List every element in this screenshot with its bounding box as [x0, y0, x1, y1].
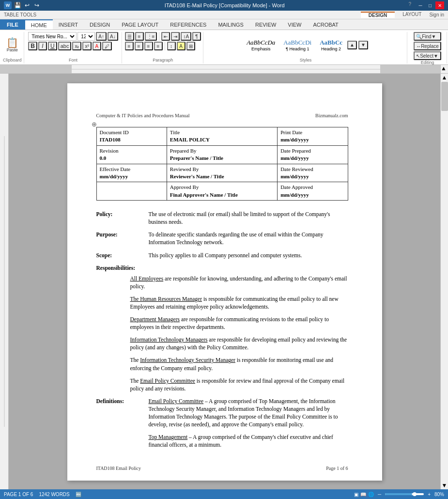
multilevel-button[interactable]: ⋮≡ [145, 32, 157, 41]
clipboard-label: Clipboard [3, 58, 22, 63]
main-area: Computer & IT Policies and Procedures Ma… [0, 74, 448, 489]
tab-view[interactable]: VIEW [282, 19, 307, 30]
scroll-top-button[interactable]: ▲ [440, 65, 448, 74]
tab-mailings[interactable]: MAILINGS [212, 19, 249, 30]
resp-item-4: The Information Technology Security Mana… [130, 356, 348, 372]
scroll-thumb[interactable] [441, 82, 448, 111]
font-grow-button[interactable]: A↑ [96, 32, 107, 41]
title-bar-title: ITAD108 E-Mail Policy [Compatibility Mod… [41, 2, 408, 8]
underline-button[interactable]: U [48, 42, 57, 50]
resp-the-5: The [130, 378, 140, 384]
select-button[interactable]: ↖ Select ▼ [414, 51, 441, 60]
redo-icon[interactable]: ↪ [33, 1, 41, 9]
web-view-icon[interactable]: 🌐 [368, 492, 374, 497]
resp-item-2: Department Managers are responsible for … [130, 315, 348, 331]
status-right: ▣ 📖 🌐 ─ + 80% [354, 492, 444, 497]
footer-right: Page 1 of 6 [326, 465, 348, 472]
style-heading2[interactable]: AaBbCc Heading 2 [316, 37, 346, 53]
style-emphasis[interactable]: AaBbCcDa Emphasis [243, 37, 278, 53]
table-cell: Reviewed By Reviewer's Name / Title [167, 164, 277, 182]
table-row: Effective Date mm/dd/yyyy Reviewed By Re… [96, 164, 348, 182]
resp-item-3: Information Technology Managers are resp… [130, 336, 348, 351]
resp-item-0: All Employees are responsible for knowin… [130, 275, 348, 290]
tab-design[interactable]: DESIGN [361, 12, 395, 18]
table-cell [96, 182, 167, 201]
tab-review[interactable]: REVIEW [249, 19, 282, 30]
scroll-up-button[interactable]: ▲ [441, 74, 448, 81]
zoom-slider[interactable] [385, 493, 424, 495]
subscript-button[interactable]: x₂ [72, 42, 81, 50]
tab-home[interactable]: HOME [25, 19, 53, 30]
style-heading1[interactable]: AaBbCcDi ¶ Heading 1 [280, 37, 315, 53]
find-button[interactable]: 🔍 Find ▼ [414, 32, 441, 41]
close-button[interactable]: ✕ [435, 1, 444, 9]
table-cell: Print Date mm/dd/yyyy [278, 127, 348, 146]
tab-design[interactable]: DESIGN [84, 19, 116, 30]
table-cell: Title EMAIL POLICY [167, 127, 277, 146]
line-spacing-button[interactable]: ↕ [167, 42, 176, 50]
tab-page-layout[interactable]: PAGE LAYOUT [116, 19, 164, 30]
decrease-indent-button[interactable]: ⇤ [161, 32, 170, 41]
increase-indent-button[interactable]: ⇥ [171, 32, 180, 41]
styles-scroll-up[interactable]: ▲ [347, 41, 357, 49]
table-row: Approved By Final Approver's Name / Titl… [96, 182, 348, 201]
sign-in[interactable]: Sign in [429, 12, 448, 17]
paragraph-group: ☰ ≡ ⋮≡ ⇤ ⇥ ↕A ¶ ≡ ≡ ≡ ≡ ↕ A ⊞ Paragraph [123, 32, 204, 63]
paste-button[interactable]: 📋 Paste [4, 33, 20, 57]
definitions-content: Email Policy Committee – A group compris… [149, 397, 348, 454]
styles-scroll-down[interactable]: ▼ [358, 41, 368, 49]
show-marks-button[interactable]: ¶ [192, 32, 201, 41]
minimize-button[interactable]: ─ [416, 1, 425, 9]
bold-button[interactable]: B [28, 42, 37, 50]
save-icon[interactable]: 💾 [14, 1, 21, 9]
print-view-icon[interactable]: ▣ [354, 492, 358, 497]
scope-section: Scope: This policy applies to all Compan… [96, 251, 348, 259]
italic-button[interactable]: I [38, 42, 47, 50]
table-row: Revision 0.0 Prepared By Preparer's Name… [96, 145, 348, 164]
font-name-select[interactable]: Times New Ro... [28, 32, 77, 41]
cell-value: Reviewer's Name / Title [170, 173, 274, 180]
font-shrink-button[interactable]: A↓ [108, 32, 118, 41]
sort-button[interactable]: ↕A [181, 32, 191, 41]
borders-button[interactable]: ⊞ [186, 42, 195, 50]
responsibilities-label: Responsibilities: [96, 264, 348, 272]
window-controls[interactable]: ? ─ □ ✕ [408, 1, 444, 9]
align-justify-button[interactable]: ≡ [154, 42, 163, 50]
def-item-0: Email Policy Committee – A group compris… [149, 397, 348, 428]
zoom-plus-button[interactable]: + [428, 492, 431, 497]
policy-section: Policy: The use of electronic mail (or e… [96, 210, 348, 226]
strikethrough-button[interactable]: abc [58, 42, 72, 50]
bullets-button[interactable]: ☰ [125, 32, 134, 41]
vertical-scrollbar[interactable]: ▲ ▼ [440, 74, 448, 489]
tab-references[interactable]: REFERENCES [164, 19, 212, 30]
tab-insert[interactable]: INSERT [53, 19, 84, 30]
scroll-down-button[interactable]: ▼ [441, 482, 448, 489]
read-view-icon[interactable]: 📖 [360, 492, 366, 497]
cell-label: Date Reviewed [280, 166, 344, 173]
tab-acrobat[interactable]: ACROBAT [307, 19, 344, 30]
shading-button[interactable]: A [177, 42, 185, 50]
font-color-button[interactable]: A [93, 42, 101, 50]
cell-label: Title [170, 129, 274, 136]
numbering-button[interactable]: ≡ [135, 32, 144, 41]
font-size-select[interactable]: 12 [77, 32, 95, 41]
scope-text: This policy applies to all Company perso… [149, 251, 348, 259]
paragraph-content: ☰ ≡ ⋮≡ ⇤ ⇥ ↕A ¶ ≡ ≡ ≡ ≡ ↕ A ⊞ [125, 32, 201, 58]
restore-button[interactable]: □ [426, 1, 434, 9]
scroll-track[interactable] [441, 111, 448, 482]
superscript-button[interactable]: x² [82, 42, 91, 50]
align-center-button[interactable]: ≡ [135, 42, 143, 50]
replace-button[interactable]: ↔ Replace [414, 42, 441, 50]
align-right-button[interactable]: ≡ [144, 42, 153, 50]
highlight-button[interactable]: 🖊 [102, 42, 112, 50]
tab-file[interactable]: FILE [0, 19, 25, 30]
undo-icon[interactable]: ↩ [23, 1, 31, 9]
zoom-thumb[interactable] [413, 492, 417, 496]
cell-value: mm/dd/yyyy [100, 173, 164, 180]
document-area[interactable]: Computer & IT Policies and Procedures Ma… [9, 74, 440, 489]
align-left-button[interactable]: ≡ [125, 42, 134, 50]
tab-layout[interactable]: LAYOUT [395, 12, 429, 17]
font-group: Times New Ro... 12 A↑ A↓ B I U abc x₂ x²… [25, 32, 122, 63]
table-add-icon[interactable]: ⊕ [92, 120, 97, 129]
zoom-minus-button[interactable]: ─ [378, 492, 381, 497]
